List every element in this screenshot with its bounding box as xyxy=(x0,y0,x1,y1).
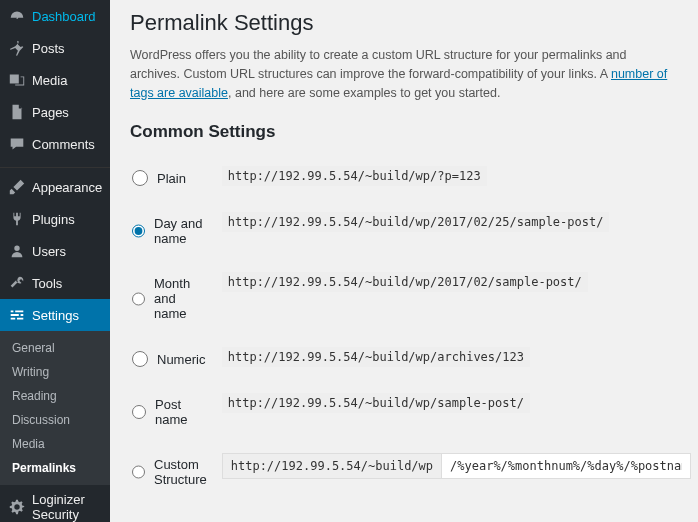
option-month-and-name[interactable]: Month and name xyxy=(132,276,210,321)
menu-label: Dashboard xyxy=(32,9,96,24)
menu-label: Comments xyxy=(32,137,95,152)
dashboard-icon xyxy=(8,7,26,25)
radio-4[interactable] xyxy=(132,404,146,420)
sliders-icon xyxy=(8,306,26,324)
menu-label: Pages xyxy=(32,105,69,120)
wrench-icon xyxy=(8,274,26,292)
menu-item-posts[interactable]: Posts xyxy=(0,32,110,64)
menu-item-plugins[interactable]: Plugins xyxy=(0,203,110,235)
main-content: Permalink Settings WordPress offers you … xyxy=(110,0,698,522)
submenu-media[interactable]: Media xyxy=(0,432,110,456)
menu-item-appearance[interactable]: Appearance xyxy=(0,171,110,203)
common-settings-heading: Common Settings xyxy=(130,122,678,142)
menu-item-loginizer-security[interactable]: Loginizer Security xyxy=(0,485,110,522)
pin-icon xyxy=(8,39,26,57)
page-icon xyxy=(8,103,26,121)
option-plain[interactable]: Plain xyxy=(132,170,210,186)
menu-label: Posts xyxy=(32,41,65,56)
page-title: Permalink Settings xyxy=(130,10,678,36)
menu-label: Tools xyxy=(32,276,62,291)
submenu-writing[interactable]: Writing xyxy=(0,360,110,384)
menu-label: Users xyxy=(32,244,66,259)
option-post-name[interactable]: Post name xyxy=(132,397,210,427)
example-2: http://192.99.5.54/~build/wp/2017/02/sam… xyxy=(222,272,588,292)
submenu-reading[interactable]: Reading xyxy=(0,384,110,408)
menu-label: Appearance xyxy=(32,180,102,195)
menu-label: Plugins xyxy=(32,212,75,227)
media-icon xyxy=(8,71,26,89)
menu-item-pages[interactable]: Pages xyxy=(0,96,110,128)
menu-label: Settings xyxy=(32,308,79,323)
option-numeric[interactable]: Numeric xyxy=(132,351,210,367)
plug-icon xyxy=(8,210,26,228)
example-3: http://192.99.5.54/~build/wp/archives/12… xyxy=(222,347,530,367)
menu-item-users[interactable]: Users xyxy=(0,235,110,267)
brush-icon xyxy=(8,178,26,196)
example-4: http://192.99.5.54/~build/wp/sample-post… xyxy=(222,393,530,413)
menu-item-media[interactable]: Media xyxy=(0,64,110,96)
custom-prefix: http://192.99.5.54/~build/wp xyxy=(222,453,441,479)
submenu-discussion[interactable]: Discussion xyxy=(0,408,110,432)
submenu-permalinks[interactable]: Permalinks xyxy=(0,456,110,480)
radio-2[interactable] xyxy=(132,291,145,307)
menu-item-comments[interactable]: Comments xyxy=(0,128,110,160)
gear-icon xyxy=(8,498,26,516)
menu-separator xyxy=(0,163,110,168)
option-custom[interactable]: Custom Structure xyxy=(132,457,210,487)
radio-1[interactable] xyxy=(132,223,145,239)
menu-label: Loginizer Security xyxy=(32,492,102,522)
option-day-and-name[interactable]: Day and name xyxy=(132,216,210,246)
menu-item-tools[interactable]: Tools xyxy=(0,267,110,299)
intro-text: WordPress offers you the ability to crea… xyxy=(130,46,678,102)
menu-item-settings[interactable]: Settings xyxy=(0,299,110,331)
radio-0[interactable] xyxy=(132,170,148,186)
admin-sidebar: DashboardPostsMediaPagesComments Appeara… xyxy=(0,0,110,522)
menu-item-dashboard[interactable]: Dashboard xyxy=(0,0,110,32)
custom-structure-input[interactable] xyxy=(441,453,691,479)
submenu-general[interactable]: General xyxy=(0,336,110,360)
settings-submenu: GeneralWritingReadingDiscussionMediaPerm… xyxy=(0,331,110,485)
example-0: http://192.99.5.54/~build/wp/?p=123 xyxy=(222,166,487,186)
user-icon xyxy=(8,242,26,260)
example-1: http://192.99.5.54/~build/wp/2017/02/25/… xyxy=(222,212,610,232)
radio-custom[interactable] xyxy=(132,464,145,480)
radio-3[interactable] xyxy=(132,351,148,367)
comment-icon xyxy=(8,135,26,153)
menu-label: Media xyxy=(32,73,67,88)
permalink-options-table: Plainhttp://192.99.5.54/~build/wp/?p=123… xyxy=(130,154,693,503)
